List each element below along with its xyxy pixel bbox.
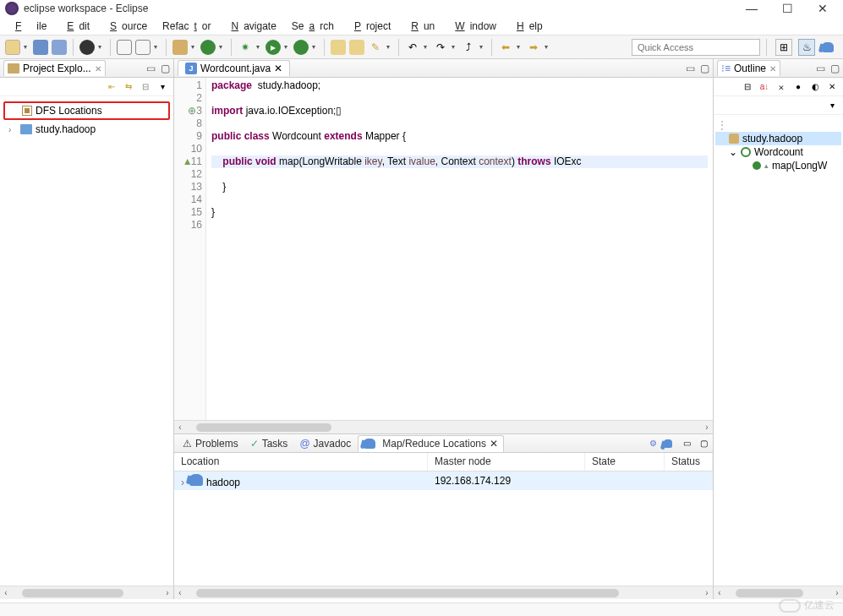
new-button-icon[interactable]	[5, 40, 20, 55]
back-button-icon[interactable]: ⬅	[498, 40, 513, 55]
expand-icon[interactable]: ›	[181, 477, 184, 488]
debug-button-icon[interactable]: ✷	[238, 40, 253, 55]
code-editor[interactable]: 12⊕38910▲111213141516 package study.hado…	[174, 78, 713, 420]
save-button-icon[interactable]	[33, 40, 48, 55]
menu-search[interactable]: Search	[287, 19, 339, 34]
menu-edit[interactable]: Edit	[57, 19, 95, 34]
open-perspective-icon[interactable]: ⊞	[775, 39, 792, 56]
maximize-view-icon[interactable]: ▢	[700, 63, 709, 74]
save-all-button-icon[interactable]	[52, 40, 67, 55]
code-content[interactable]: package study.hadoop;import java.io.IOEx…	[206, 78, 713, 420]
outline-method[interactable]: ▴map(LongW	[715, 159, 841, 172]
dfs-locations-highlight: DFS Locations	[3, 101, 170, 120]
sort-icon[interactable]: a↓	[758, 81, 770, 93]
menu-file[interactable]: File	[5, 19, 52, 34]
run-button-icon[interactable]: ▸	[265, 40, 281, 55]
tab-mapreduce-locations[interactable]: Map/Reduce Locations ✕	[358, 435, 504, 452]
hide-fields-icon[interactable]: ⨉	[775, 81, 787, 93]
hide-localtypes-icon[interactable]: ✕	[826, 81, 838, 93]
mapreduce-perspective-icon[interactable]	[821, 39, 838, 56]
nav-prev-icon[interactable]: ↶	[405, 40, 420, 55]
close-icon[interactable]: ✕	[769, 64, 776, 74]
outline-tab[interactable]: ⁝≡ Outline ✕	[717, 60, 780, 76]
outline-root[interactable]: ⋮	[715, 118, 841, 132]
run-last-button-icon[interactable]	[293, 40, 309, 55]
col-master[interactable]: Master node	[428, 453, 585, 471]
minimize-button[interactable]: —	[742, 2, 762, 15]
tab-problems[interactable]: ⚠Problems	[178, 436, 244, 451]
java-file-icon: J	[185, 63, 197, 74]
new-java-class-icon[interactable]	[200, 40, 216, 55]
hide-static-icon[interactable]: ●	[792, 81, 804, 93]
tree-item-dfs-locations[interactable]: DFS Locations	[5, 103, 168, 118]
new-location-icon[interactable]: ⚙	[647, 438, 659, 450]
editor-scrollbar[interactable]: ‹›	[174, 420, 713, 433]
focus-active-icon[interactable]: ⊟	[742, 81, 753, 93]
open-project-icon[interactable]	[349, 40, 364, 55]
close-icon[interactable]: ✕	[95, 64, 101, 74]
maximize-view-icon[interactable]: ▢	[698, 438, 709, 450]
col-state[interactable]: State	[585, 453, 665, 471]
outline-view: ⁝≡ Outline ✕ ▭ ▢ ⊟ a↓ ⨉ ● ◐ ✕ ▾ ⋮ study.…	[713, 59, 843, 599]
new-dropdown-icon[interactable]: ▾	[24, 43, 30, 51]
open-type-icon[interactable]	[117, 40, 132, 55]
outline-package[interactable]: study.hadoop	[715, 132, 841, 145]
menu-refactor[interactable]: Refactor	[157, 19, 216, 34]
menu-help[interactable]: Help	[506, 19, 548, 34]
link-icon: ⋮	[717, 119, 727, 131]
expand-icon[interactable]: ›	[8, 125, 17, 134]
new-project-icon[interactable]	[331, 40, 346, 55]
editor-tab-wordcount[interactable]: J Wordcount.java ✕	[178, 60, 290, 76]
minimize-view-icon[interactable]: ▭	[681, 438, 692, 450]
project-explorer-tab[interactable]: Project Explo... ✕	[3, 60, 106, 76]
maximize-button[interactable]: ☐	[777, 2, 797, 15]
collapse-all-icon[interactable]: ⇤	[106, 81, 118, 93]
outline-class[interactable]: ⌄Wordcount	[715, 145, 841, 159]
status-bar	[0, 602, 843, 616]
focus-icon[interactable]: ⊟	[140, 81, 151, 93]
quick-access-input[interactable]	[632, 39, 760, 56]
edit-location-icon[interactable]	[664, 438, 676, 450]
open-task-icon[interactable]	[135, 40, 151, 55]
maximize-view-icon[interactable]: ▢	[830, 63, 840, 74]
project-explorer-tree: DFS Locations › study.hadoop	[0, 96, 173, 140]
menu-source[interactable]: Source	[100, 19, 152, 34]
bottom-scrollbar[interactable]: ‹›	[174, 586, 713, 599]
menu-run[interactable]: Run	[401, 19, 440, 34]
close-button[interactable]: ✕	[813, 2, 833, 15]
view-menu-icon[interactable]: ▾	[156, 81, 168, 93]
override-icon: ▴	[764, 161, 769, 170]
tab-javadoc[interactable]: @Javadoc	[294, 436, 356, 451]
forward-button-icon[interactable]: ➡	[526, 40, 541, 55]
row-master: 192.168.174.129	[428, 472, 585, 489]
editor-area: J Wordcount.java ✕ ▭ ▢ 12⊕38910▲11121314…	[174, 59, 713, 599]
nav-next-icon[interactable]: ↷	[433, 40, 448, 55]
menu-navigate[interactable]: Navigate	[221, 19, 281, 34]
outline-scrollbar[interactable]: ‹›	[714, 586, 843, 599]
view-menu-icon[interactable]: ▾	[826, 100, 838, 112]
menu-project[interactable]: Project	[344, 19, 396, 34]
outline-toolbar-2: ▾	[714, 96, 843, 115]
maximize-view-icon[interactable]: ▢	[161, 63, 170, 74]
hide-nonpublic-icon[interactable]: ◐	[809, 81, 821, 93]
col-status[interactable]: Status	[665, 453, 713, 471]
project-explorer-scrollbar[interactable]: ‹›	[0, 586, 173, 599]
nav-up-icon[interactable]: ⤴	[461, 40, 476, 55]
tree-item-study-hadoop[interactable]: › study.hadoop	[0, 122, 173, 137]
project-explorer-toolbar: ⇤ ⇆ ⊟ ▾	[0, 78, 173, 96]
close-icon[interactable]: ✕	[490, 438, 498, 450]
search-button-icon[interactable]: ✎	[368, 40, 383, 55]
minimize-view-icon[interactable]: ▭	[816, 63, 825, 74]
java-perspective-icon[interactable]: ♨	[798, 39, 815, 56]
minimize-view-icon[interactable]: ▭	[146, 63, 156, 74]
close-icon[interactable]: ✕	[274, 63, 282, 74]
new-java-package-icon[interactable]	[172, 40, 188, 55]
menu-window[interactable]: Window	[445, 19, 501, 34]
tab-tasks[interactable]: ✓Tasks	[245, 436, 293, 451]
minimize-view-icon[interactable]: ▭	[686, 63, 695, 74]
collapse-icon[interactable]: ⌄	[729, 146, 737, 158]
link-editor-icon[interactable]: ⇆	[123, 81, 134, 93]
locations-table-row[interactable]: ›hadoop 192.168.174.129	[174, 472, 713, 490]
toggle-button-icon[interactable]	[79, 40, 95, 55]
col-location[interactable]: Location	[174, 453, 428, 471]
